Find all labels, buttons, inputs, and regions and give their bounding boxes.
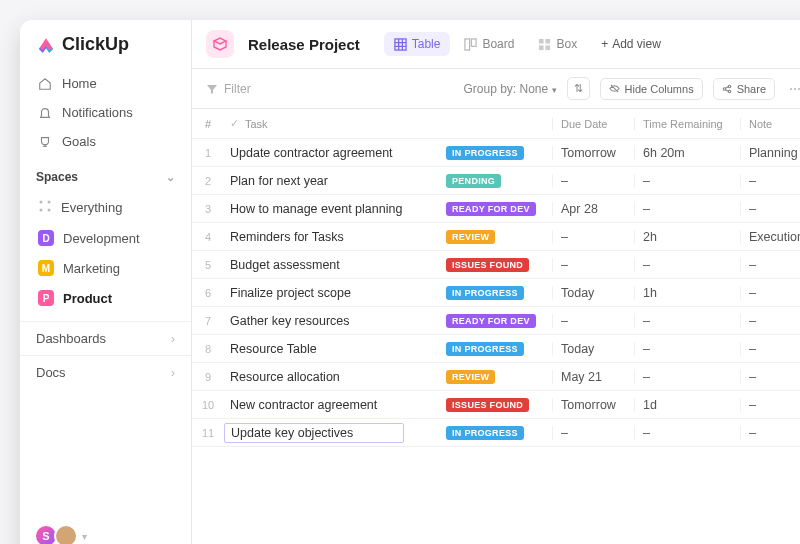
due-date[interactable]: – bbox=[552, 258, 634, 272]
sidebar-item-development[interactable]: DDevelopment bbox=[28, 223, 183, 253]
table-row[interactable]: 4Reminders for TasksREVIEW–2hExecution bbox=[192, 223, 800, 251]
due-date[interactable]: Today bbox=[552, 342, 634, 356]
status-badge[interactable]: IN PROGRESS bbox=[446, 426, 524, 440]
sort-button[interactable]: ⇅ bbox=[567, 77, 590, 100]
time-remaining[interactable]: – bbox=[634, 202, 740, 216]
table-row[interactable]: 9Resource allocationREVIEWMay 21–– bbox=[192, 363, 800, 391]
sidebar-item-everything[interactable]: Everything bbox=[28, 192, 183, 223]
docs-section[interactable]: Docs › bbox=[20, 355, 191, 389]
task-title: Resource Table bbox=[230, 342, 317, 356]
hide-columns-button[interactable]: Hide Columns bbox=[600, 78, 703, 100]
status-badge[interactable]: ISSUES FOUND bbox=[446, 258, 529, 272]
task-title-input[interactable]: Update key objectives bbox=[224, 423, 404, 443]
table-row[interactable]: 3How to manage event planningREADY FOR D… bbox=[192, 195, 800, 223]
note[interactable]: Planning bbox=[740, 146, 800, 160]
table-row[interactable]: 1Update contractor agreementIN PROGRESST… bbox=[192, 139, 800, 167]
note[interactable]: Execution bbox=[740, 230, 800, 244]
avatar[interactable] bbox=[54, 524, 78, 544]
task-title: Gather key resources bbox=[230, 314, 350, 328]
svg-rect-9 bbox=[539, 45, 544, 50]
time-remaining[interactable]: – bbox=[634, 258, 740, 272]
due-date[interactable]: – bbox=[552, 174, 634, 188]
time-remaining[interactable]: 6h 20m bbox=[634, 146, 740, 160]
due-date[interactable]: Today bbox=[552, 286, 634, 300]
time-remaining[interactable]: – bbox=[634, 342, 740, 356]
col-task[interactable]: ✓Task bbox=[224, 117, 446, 130]
time-remaining[interactable]: – bbox=[634, 314, 740, 328]
note[interactable]: – bbox=[740, 398, 800, 412]
svg-point-2 bbox=[40, 209, 43, 212]
col-note[interactable]: Note bbox=[740, 118, 800, 130]
due-date[interactable]: Tomorrow bbox=[552, 398, 634, 412]
note[interactable]: – bbox=[740, 342, 800, 356]
col-time[interactable]: Time Remaining bbox=[634, 118, 740, 130]
share-button[interactable]: Share bbox=[713, 78, 775, 100]
note[interactable]: – bbox=[740, 258, 800, 272]
svg-point-3 bbox=[48, 209, 51, 212]
time-remaining[interactable]: 1d bbox=[634, 398, 740, 412]
due-date[interactable]: Apr 28 bbox=[552, 202, 634, 216]
note[interactable]: – bbox=[740, 202, 800, 216]
status-badge[interactable]: IN PROGRESS bbox=[446, 342, 524, 356]
table-row[interactable]: 5Budget assessmentISSUES FOUND––– bbox=[192, 251, 800, 279]
brand-logo[interactable]: ClickUp bbox=[20, 34, 191, 69]
filter-label: Filter bbox=[224, 82, 251, 96]
clickup-icon bbox=[36, 35, 56, 55]
note[interactable]: – bbox=[740, 174, 800, 188]
check-icon: ✓ bbox=[230, 117, 239, 130]
group-by-button[interactable]: Group by: None ▾ bbox=[463, 82, 556, 96]
col-num[interactable]: # bbox=[192, 118, 224, 130]
status-badge[interactable]: REVIEW bbox=[446, 370, 495, 384]
table-row[interactable]: 11Update key objectivesIN PROGRESS––– bbox=[192, 419, 800, 447]
time-remaining[interactable]: – bbox=[634, 426, 740, 440]
add-view-button[interactable]: +Add view bbox=[591, 32, 671, 56]
status-badge[interactable]: PENDING bbox=[446, 174, 501, 188]
table-row[interactable]: 8Resource TableIN PROGRESSToday–– bbox=[192, 335, 800, 363]
time-remaining[interactable]: – bbox=[634, 174, 740, 188]
avatar-group[interactable]: S ▾ bbox=[20, 524, 191, 544]
project-icon[interactable] bbox=[206, 30, 234, 58]
more-menu-button[interactable]: ⋯ bbox=[785, 82, 800, 96]
table-row[interactable]: 2Plan for next yearPENDING––– bbox=[192, 167, 800, 195]
sidebar-item-product[interactable]: PProduct bbox=[28, 283, 183, 313]
status-badge[interactable]: IN PROGRESS bbox=[446, 146, 524, 160]
svg-rect-8 bbox=[546, 38, 551, 43]
note[interactable]: – bbox=[740, 370, 800, 384]
nav-notifications[interactable]: Notifications bbox=[28, 98, 183, 127]
table-row[interactable]: 10New contractor agreementISSUES FOUNDTo… bbox=[192, 391, 800, 419]
due-date[interactable]: – bbox=[552, 230, 634, 244]
status-badge[interactable]: READY FOR DEV bbox=[446, 314, 536, 328]
dashboards-section[interactable]: Dashboards › bbox=[20, 321, 191, 355]
due-date[interactable]: May 21 bbox=[552, 370, 634, 384]
due-date[interactable]: Tomorrow bbox=[552, 146, 634, 160]
sidebar-item-marketing[interactable]: MMarketing bbox=[28, 253, 183, 283]
time-remaining[interactable]: – bbox=[634, 370, 740, 384]
due-date[interactable]: – bbox=[552, 426, 634, 440]
status-badge[interactable]: ISSUES FOUND bbox=[446, 398, 529, 412]
due-date[interactable]: – bbox=[552, 314, 634, 328]
view-board[interactable]: Board bbox=[454, 32, 524, 56]
table-row[interactable]: 6Finalize project scopeIN PROGRESSToday1… bbox=[192, 279, 800, 307]
note[interactable]: – bbox=[740, 286, 800, 300]
nav-goals[interactable]: Goals bbox=[28, 127, 183, 156]
note[interactable]: – bbox=[740, 426, 800, 440]
share-icon bbox=[722, 84, 732, 94]
status-badge[interactable]: IN PROGRESS bbox=[446, 286, 524, 300]
status-badge[interactable]: REVIEW bbox=[446, 230, 495, 244]
eye-off-icon bbox=[609, 83, 620, 94]
plus-icon: + bbox=[601, 37, 608, 51]
view-box[interactable]: Box bbox=[528, 32, 587, 56]
space-badge-icon: M bbox=[38, 260, 54, 276]
svg-rect-6 bbox=[472, 38, 477, 45]
project-title[interactable]: Release Project bbox=[248, 36, 360, 53]
time-remaining[interactable]: 2h bbox=[634, 230, 740, 244]
time-remaining[interactable]: 1h bbox=[634, 286, 740, 300]
note[interactable]: – bbox=[740, 314, 800, 328]
table-row[interactable]: 7Gather key resourcesREADY FOR DEV––– bbox=[192, 307, 800, 335]
view-table[interactable]: Table bbox=[384, 32, 451, 56]
col-due[interactable]: Due Date bbox=[552, 118, 634, 130]
filter-button[interactable]: Filter bbox=[206, 82, 251, 96]
spaces-header[interactable]: Spaces ⌄ bbox=[20, 156, 191, 192]
status-badge[interactable]: READY FOR DEV bbox=[446, 202, 536, 216]
nav-home[interactable]: Home bbox=[28, 69, 183, 98]
